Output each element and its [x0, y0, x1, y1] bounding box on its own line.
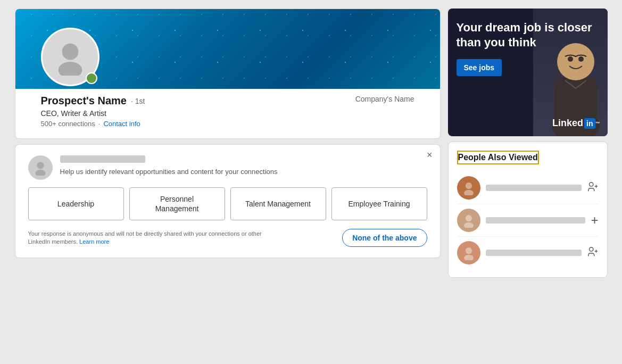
svg-point-0: [62, 44, 78, 60]
pav-avatar-3: [457, 241, 480, 264]
profile-name-company-row: Prospect's Name · 1st Company's Name: [41, 95, 414, 107]
connections-separator: ·: [98, 120, 101, 128]
svg-point-11: [589, 183, 593, 186]
widget-top: Help us identify relevant opportunities …: [28, 155, 427, 180]
profile-connections: 500+ connections · Contact info: [41, 120, 414, 128]
profile-degree: · 1st: [131, 97, 145, 105]
pav-item-3: [457, 237, 599, 269]
option-personnel-management[interactable]: Personnel Management: [129, 187, 225, 220]
svg-point-18: [589, 247, 593, 251]
option-employee-training[interactable]: Employee Training: [331, 187, 427, 220]
profile-body: Prospect's Name · 1st Company's Name CEO…: [28, 90, 427, 138]
pav-connect-1[interactable]: [587, 181, 599, 195]
pav-name-bar-1: [486, 185, 582, 191]
profile-name-row: Prospect's Name · 1st: [41, 95, 145, 107]
company-name: Company's Name: [355, 95, 414, 103]
widget-card: × Help us identify relevant opportunitie…: [15, 144, 441, 258]
contact-info-link[interactable]: Contact info: [103, 120, 140, 128]
widget-info: Help us identify relevant opportunities …: [60, 155, 427, 177]
svg-point-1: [58, 62, 82, 76]
svg-point-15: [464, 222, 474, 228]
avatar-badge: [86, 72, 97, 84]
see-jobs-button[interactable]: See jobs: [457, 59, 502, 76]
ad-card: Your dream job is closer than you think …: [448, 9, 608, 136]
ad-headline: Your dream job is closer than you think: [457, 20, 599, 49]
svg-point-9: [465, 183, 471, 189]
profile-name: Prospect's Name: [41, 95, 127, 107]
svg-point-17: [464, 255, 474, 260]
widget-footer: Your response is anonymous and will not …: [28, 229, 427, 247]
option-talent-management[interactable]: Talent Management: [230, 187, 326, 220]
pav-connect-3[interactable]: [587, 246, 599, 260]
main-column: Message View in Sales Navigator More... …: [15, 9, 441, 258]
widget-disclaimer: Your response is anonymous and will not …: [28, 230, 284, 246]
profile-avatar-container: [41, 28, 99, 86]
svg-point-16: [465, 247, 471, 254]
widget-close-button[interactable]: ×: [427, 150, 433, 160]
disclaimer-text: Your response is anonymous and will not …: [28, 230, 262, 245]
pav-name-bar-3: [486, 250, 582, 256]
connections-count: 500+ connections: [41, 120, 95, 128]
widget-description: Help us identify relevant opportunities …: [60, 167, 427, 177]
pav-add-2[interactable]: +: [591, 214, 598, 227]
svg-point-14: [465, 215, 471, 221]
pav-item-1: [457, 172, 599, 204]
people-also-viewed-card: People Also Viewed +: [448, 142, 608, 278]
ad-text-area: Your dream job is closer than you think …: [448, 9, 608, 136]
pav-avatar-2: [457, 209, 480, 232]
option-leadership[interactable]: Leadership: [28, 187, 124, 220]
none-of-above-button[interactable]: None of the above: [342, 229, 427, 247]
pav-avatar-1: [457, 176, 480, 200]
widget-avatar: [28, 155, 53, 180]
pav-title: People Also Viewed: [457, 151, 539, 164]
svg-point-10: [464, 190, 474, 195]
widget-options: Leadership Personnel Management Talent M…: [28, 187, 427, 220]
pav-item-2: +: [457, 204, 599, 237]
svg-point-2: [37, 162, 44, 169]
right-column: Your dream job is closer than you think …: [448, 9, 608, 278]
profile-headline: CEO, Writer & Artist: [41, 109, 414, 118]
profile-card: Message View in Sales Navigator More... …: [15, 9, 441, 139]
learn-more-link[interactable]: Learn more: [79, 238, 109, 245]
svg-point-3: [35, 170, 45, 176]
widget-name-placeholder: [60, 155, 145, 163]
pav-name-bar-2: [486, 217, 586, 224]
